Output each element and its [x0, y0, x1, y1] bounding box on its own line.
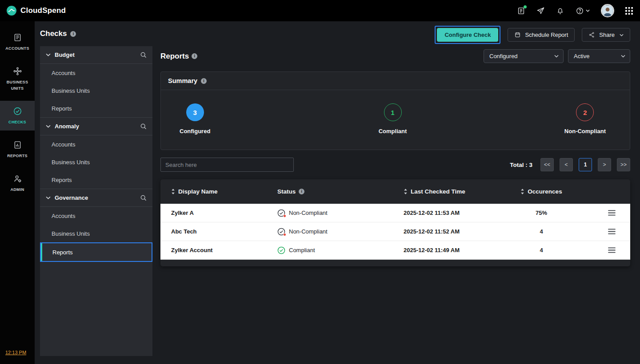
chevron-down-icon: [620, 34, 624, 36]
sort-icon: [171, 189, 175, 194]
table-row[interactable]: Abc Tech Non-Compliant 2025-12-02 11:52 …: [160, 222, 630, 241]
section-governance: Governance Accounts Business Units Repor…: [40, 189, 152, 262]
sidebar-item-admin[interactable]: ADMIN: [0, 168, 35, 198]
help-icon[interactable]: [576, 7, 590, 15]
row-display-name: Zylker A: [160, 210, 277, 216]
column-display-name[interactable]: Display Name: [160, 188, 277, 195]
sidebar-item-label: BUSINESS UNITS: [3, 79, 32, 92]
row-last-checked: 2025-12-02 11:53 AM: [404, 210, 506, 216]
sort-icon: [520, 189, 524, 194]
section-label: Anomaly: [55, 123, 79, 130]
chevron-down-icon: [46, 53, 51, 56]
stat-configured-value: 3: [186, 103, 204, 121]
sidebar-item-business-units[interactable]: BUSINESS UNITS: [0, 61, 35, 97]
sort-icon: [404, 189, 408, 194]
table-row[interactable]: Zylker A Non-Compliant 2025-12-02 11:53 …: [160, 204, 630, 222]
left-rail: ACCOUNTS BUSINESS UNITS CHECKS REPORTS A…: [0, 21, 35, 364]
feedback-icon[interactable]: [517, 7, 525, 15]
schedule-report-button[interactable]: Schedule Report: [508, 28, 575, 42]
chevron-down-icon: [554, 55, 559, 58]
chevron-down-icon: [46, 196, 51, 199]
pagination-next-button[interactable]: >: [598, 158, 611, 171]
search-icon[interactable]: [140, 51, 147, 58]
row-menu-button[interactable]: [606, 227, 617, 236]
admin-icon: [13, 174, 22, 183]
section-anomaly: Anomaly Accounts Business Units Reports: [40, 117, 152, 189]
chevron-down-icon: [46, 125, 51, 128]
column-occurences[interactable]: Occurences: [506, 188, 577, 195]
non-compliant-badge: [283, 233, 286, 236]
stat-configured-label: Configured: [180, 128, 210, 135]
stat-configured: 3 Configured: [180, 103, 210, 135]
notification-dot: [524, 5, 527, 8]
governance-item-accounts[interactable]: Accounts: [40, 207, 152, 225]
sidebar-item-label: ACCOUNTS: [5, 46, 29, 52]
user-avatar[interactable]: [601, 4, 614, 17]
budget-item-reports[interactable]: Reports: [40, 99, 152, 117]
stat-non-compliant: 2 Non-Compliant: [564, 103, 606, 135]
info-icon[interactable]: [299, 189, 304, 194]
pagination-prev-button[interactable]: <: [560, 158, 573, 171]
bell-icon[interactable]: [556, 7, 564, 15]
reports-table: Display Name Status Last Checked Time Oc…: [160, 179, 630, 266]
row-occurrences: 4: [506, 228, 577, 235]
search-icon[interactable]: [140, 123, 147, 130]
row-menu-button[interactable]: [606, 245, 617, 255]
sidebar-item-accounts[interactable]: ACCOUNTS: [0, 27, 35, 57]
cloudspend-logo-icon: [6, 5, 17, 16]
anomaly-item-accounts[interactable]: Accounts: [40, 135, 152, 153]
sidebar-item-reports[interactable]: REPORTS: [0, 135, 35, 164]
pagination-page-1[interactable]: 1: [579, 158, 592, 171]
info-icon[interactable]: [70, 31, 76, 37]
anomaly-item-business-units[interactable]: Business Units: [40, 153, 152, 171]
pagination-last-button[interactable]: >>: [617, 158, 630, 171]
share-button[interactable]: Share: [582, 28, 630, 42]
budget-item-business-units[interactable]: Business Units: [40, 82, 152, 99]
stat-compliant-label: Compliant: [379, 128, 407, 135]
configure-check-button[interactable]: Configure Check: [437, 28, 498, 42]
checks-page-title: Checks: [40, 29, 76, 38]
status-text: Non-Compliant: [289, 210, 328, 216]
table-row[interactable]: Zylker Account Compliant 2025-12-02 11:4…: [160, 241, 630, 260]
row-last-checked: 2025-12-02 11:52 AM: [404, 228, 506, 235]
governance-item-business-units[interactable]: Business Units: [40, 225, 152, 242]
page-title: Reports: [160, 52, 197, 61]
total-count: Total : 3: [510, 162, 532, 168]
sidebar-item-label: ADMIN: [11, 187, 24, 193]
paper-plane-icon[interactable]: [536, 7, 545, 15]
section-governance-header[interactable]: Governance: [40, 189, 152, 207]
search-icon[interactable]: [140, 194, 147, 201]
checks-icon: [13, 107, 22, 116]
sidebar-item-label: REPORTS: [7, 153, 28, 159]
section-anomaly-header[interactable]: Anomaly: [40, 118, 152, 135]
info-icon[interactable]: [192, 53, 197, 59]
chevron-down-icon: [586, 9, 590, 12]
pagination-first-button[interactable]: <<: [540, 158, 554, 171]
schedule-report-icon: [514, 32, 521, 38]
section-budget-header[interactable]: Budget: [40, 46, 152, 64]
anomaly-item-reports[interactable]: Reports: [40, 171, 152, 189]
column-status[interactable]: Status: [277, 188, 404, 195]
accounts-icon: [13, 33, 22, 42]
topbar: CloudSpend: [0, 0, 640, 21]
brand[interactable]: CloudSpend: [6, 5, 66, 16]
time-link[interactable]: 12:13 PM: [5, 350, 26, 355]
status-icon: [277, 209, 285, 217]
sidebar-item-label: CHECKS: [8, 119, 26, 126]
info-icon[interactable]: [201, 78, 207, 84]
status-icon: [277, 228, 285, 236]
search-input[interactable]: [160, 158, 294, 172]
status-filter-select[interactable]: Active: [568, 49, 630, 63]
stat-compliant-value: 1: [384, 103, 402, 121]
governance-item-reports[interactable]: Reports: [40, 242, 152, 262]
apps-grid-icon[interactable]: [625, 7, 633, 15]
stat-compliant: 1 Compliant: [379, 103, 407, 135]
row-occurrences: 75%: [506, 210, 577, 216]
report-type-select[interactable]: Configured: [484, 49, 564, 63]
sidebar-item-checks[interactable]: CHECKS: [0, 101, 35, 131]
column-last-checked-time[interactable]: Last Checked Time: [404, 188, 506, 195]
status-text: Non-Compliant: [289, 228, 328, 235]
budget-item-accounts[interactable]: Accounts: [40, 64, 152, 82]
configure-check-highlight: Configure Check: [435, 26, 500, 44]
row-menu-button[interactable]: [606, 208, 617, 218]
